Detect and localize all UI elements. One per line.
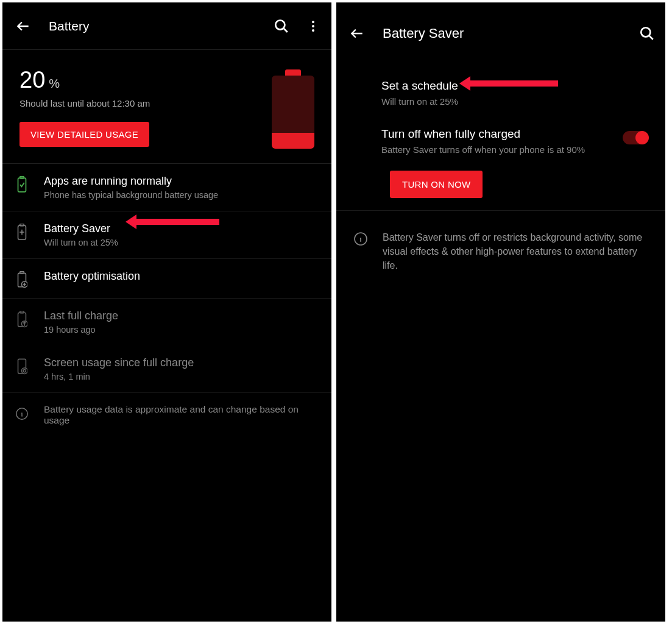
list-item-title: Last full charge xyxy=(44,310,319,322)
list-item-title: Screen usage since full charge xyxy=(44,356,319,369)
back-arrow-icon xyxy=(15,18,31,34)
page-title: Battery Saver xyxy=(383,26,638,41)
apps-running-item[interactable]: Apps are running normally Phone has typi… xyxy=(2,164,331,211)
fully-charged-toggle-item[interactable]: Turn off when fully charged Battery Save… xyxy=(336,120,665,162)
battery-saver-item[interactable]: Battery Saver Will turn on at 25% xyxy=(2,211,331,259)
battery-ok-icon xyxy=(16,176,27,193)
svg-point-2 xyxy=(312,25,314,27)
percent-sign: % xyxy=(49,77,60,91)
annotation-arrow xyxy=(469,80,558,87)
list-item-sub: Phone has typical background battery usa… xyxy=(44,190,319,200)
svg-rect-7 xyxy=(20,224,24,226)
header-actions xyxy=(273,18,322,35)
battery-saver-screen: Battery Saver Set a schedule Will turn o… xyxy=(336,2,665,622)
info-icon xyxy=(353,232,368,246)
search-icon xyxy=(274,18,289,34)
more-vert-icon xyxy=(306,19,320,34)
battery-charge-icon xyxy=(16,311,27,328)
turn-on-now-button[interactable]: TURN ON NOW xyxy=(390,171,483,198)
annotation-arrow xyxy=(135,219,219,225)
search-button[interactable] xyxy=(273,18,290,35)
fully-charged-title: Turn off when fully charged xyxy=(381,127,615,141)
header: Battery Saver xyxy=(336,2,665,65)
svg-rect-5 xyxy=(20,177,24,179)
battery-percent: 20 xyxy=(19,67,45,93)
battery-saver-icon xyxy=(16,224,27,241)
header: Battery xyxy=(2,2,331,50)
list-item-sub: 4 hrs, 1 min xyxy=(44,372,319,381)
page-title: Battery xyxy=(49,19,273,34)
search-button[interactable] xyxy=(638,25,656,42)
svg-point-3 xyxy=(312,29,314,32)
switch-knob xyxy=(635,131,649,144)
back-button[interactable] xyxy=(12,15,34,37)
overflow-menu-button[interactable] xyxy=(305,18,322,35)
fully-charged-sub: Battery Saver turns off when your phone … xyxy=(381,144,615,155)
back-arrow-icon xyxy=(349,26,365,41)
battery-level-icon xyxy=(272,69,314,149)
svg-point-1 xyxy=(312,21,314,23)
list-item-title: Battery usage data is approximate and ca… xyxy=(44,404,319,426)
view-detailed-usage-button[interactable]: VIEW DETAILED USAGE xyxy=(19,122,149,147)
battery-optimisation-icon xyxy=(16,271,27,288)
list-item-sub: Will turn on at 25% xyxy=(44,238,319,247)
usage-disclaimer-item: Battery usage data is approximate and ca… xyxy=(2,393,331,437)
back-button[interactable] xyxy=(346,23,368,44)
svg-rect-12 xyxy=(20,311,24,313)
device-icon xyxy=(16,358,27,375)
list-item-sub: 19 hours ago xyxy=(44,325,319,335)
svg-point-18 xyxy=(641,27,650,37)
battery-estimate: Should last until about 12:30 am xyxy=(19,98,260,108)
schedule-sub: Will turn on at 25% xyxy=(381,96,648,107)
info-icon xyxy=(15,407,29,420)
search-icon xyxy=(639,26,655,41)
svg-point-0 xyxy=(275,20,285,29)
battery-summary-text: 20 % Should last until about 12:30 am VI… xyxy=(19,67,260,147)
list-item-title: Apps are running normally xyxy=(44,175,319,188)
svg-rect-9 xyxy=(20,272,24,274)
last-full-charge-item: Last full charge 19 hours ago xyxy=(2,299,331,346)
svg-rect-4 xyxy=(18,178,26,192)
fully-charged-switch[interactable] xyxy=(623,131,648,144)
info-block: Battery Saver turns off or restricts bac… xyxy=(336,210,665,292)
set-schedule-item[interactable]: Set a schedule Will turn on at 25% xyxy=(336,65,665,120)
battery-screen: Battery 20 % Should last until about 12:… xyxy=(2,2,331,622)
battery-summary: 20 % Should last until about 12:30 am VI… xyxy=(2,50,331,164)
list-item-title: Battery optimisation xyxy=(44,270,319,283)
screen-usage-item: Screen usage since full charge 4 hrs, 1 … xyxy=(2,346,331,393)
battery-optimisation-item[interactable]: Battery optimisation xyxy=(2,259,331,299)
info-text: Battery Saver turns off or restricts bac… xyxy=(383,230,648,273)
svg-point-15 xyxy=(21,368,27,374)
